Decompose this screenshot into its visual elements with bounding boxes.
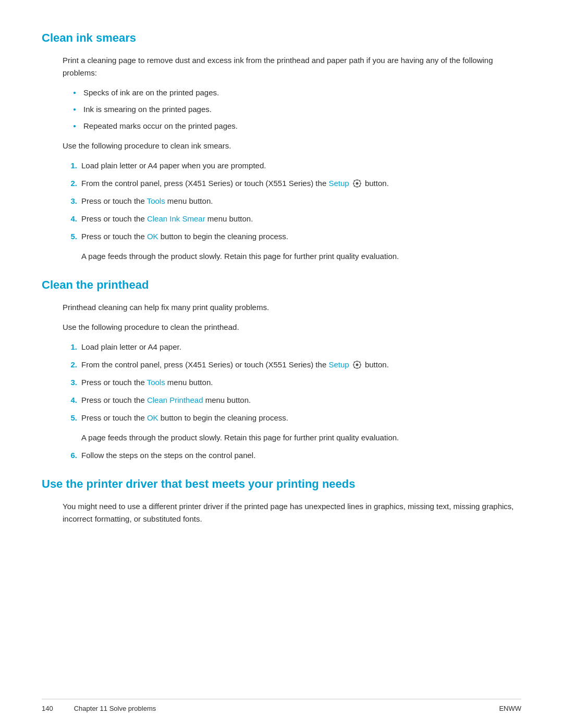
svg-point-11 xyxy=(356,364,358,366)
section3-intro: You might need to use a different printe… xyxy=(63,500,521,525)
footer-left: 140 Chapter 11 Solve problems xyxy=(42,705,156,712)
tools-link-s1[interactable]: Tools xyxy=(147,196,165,205)
page-number: 140 xyxy=(42,705,53,712)
cleanprinthead-link-s2[interactable]: Clean Printhead xyxy=(147,396,203,404)
setup-link-s2[interactable]: Setup xyxy=(328,360,349,369)
section-clean-printhead: Clean the printhead Printhead cleaning c… xyxy=(42,278,521,462)
section2-steps: 1. Load plain letter or A4 paper. 2. Fro… xyxy=(63,341,521,424)
section1-intro: Print a cleaning page to remove dust and… xyxy=(63,54,521,79)
section2-sub-note: A page feeds through the product slowly.… xyxy=(81,431,521,444)
list-item: Ink is smearing on the printed pages. xyxy=(73,103,521,116)
step-3: 3. Press or touch the Tools menu button. xyxy=(63,195,521,207)
section1-procedure-intro: Use the following procedure to clean ink… xyxy=(63,140,521,152)
ok-link-s2[interactable]: OK xyxy=(147,413,158,422)
section1-sub-note: A page feeds through the product slowly.… xyxy=(81,250,521,263)
step-4: 4. Press or touch the Clean Ink Smear me… xyxy=(63,213,521,225)
section-clean-ink-smears: Clean ink smears Print a cleaning page t… xyxy=(42,31,521,263)
step-1: 1. Load plain letter or A4 paper when yo… xyxy=(63,159,521,172)
step-6: 6. Follow the steps on the steps on the … xyxy=(63,449,521,462)
step-5: 5. Press or touch the OK button to begin… xyxy=(63,230,521,243)
section2-title: Clean the printhead xyxy=(42,278,521,292)
tools-link-s2[interactable]: Tools xyxy=(147,378,165,387)
section1-steps: 1. Load plain letter or A4 paper when yo… xyxy=(63,159,521,243)
step-2: 2. From the control panel, press (X451 S… xyxy=(63,359,521,371)
section2-step6-list: 6. Follow the steps on the steps on the … xyxy=(63,449,521,462)
step-3: 3. Press or touch the Tools menu button. xyxy=(63,376,521,389)
section1-bullet-list: Specks of ink are on the printed pages. … xyxy=(73,87,521,132)
step-5: 5. Press or touch the OK button to begin… xyxy=(63,412,521,424)
step-1: 1. Load plain letter or A4 paper. xyxy=(63,341,521,353)
list-item: Repeated marks occur on the printed page… xyxy=(73,120,521,132)
page-content: Clean ink smears Print a cleaning page t… xyxy=(0,0,563,728)
section-printer-driver: Use the printer driver that best meets y… xyxy=(42,477,521,525)
list-item: Specks of ink are on the printed pages. xyxy=(73,87,521,99)
step-4: 4. Press or touch the Clean Printhead me… xyxy=(63,394,521,406)
page-footer: 140 Chapter 11 Solve problems ENWW xyxy=(42,699,521,712)
setup-icon-s1 xyxy=(352,179,362,188)
section2-intro1: Printhead cleaning can help fix many pri… xyxy=(63,301,521,314)
section2-intro2: Use the following procedure to clean the… xyxy=(63,321,521,334)
cleaninksmear-link-s1[interactable]: Clean Ink Smear xyxy=(147,214,205,223)
svg-point-1 xyxy=(356,182,358,185)
step-2: 2. From the control panel, press (X451 S… xyxy=(63,177,521,190)
section3-title: Use the printer driver that best meets y… xyxy=(42,477,521,491)
setup-link-s1[interactable]: Setup xyxy=(328,179,349,188)
ok-link-s1[interactable]: OK xyxy=(147,232,158,241)
footer-right-label: ENWW xyxy=(499,705,521,712)
setup-icon-s2 xyxy=(352,360,362,369)
chapter-label: Chapter 11 Solve problems xyxy=(74,705,156,712)
section1-title: Clean ink smears xyxy=(42,31,521,45)
